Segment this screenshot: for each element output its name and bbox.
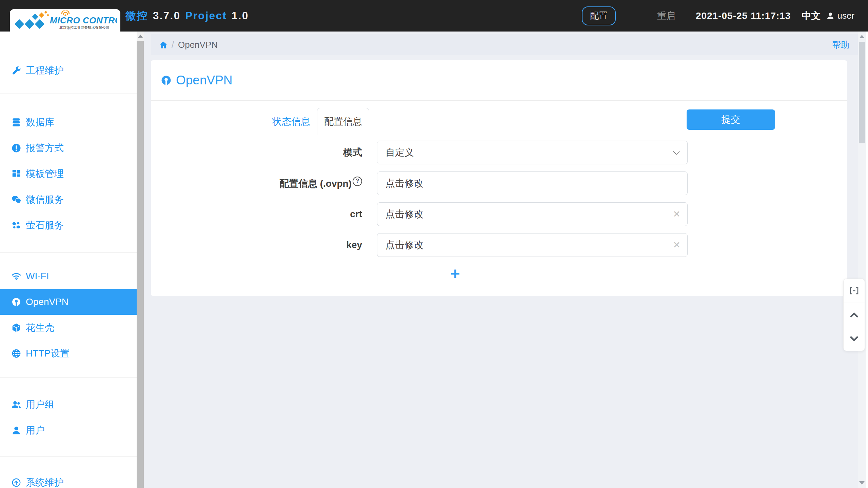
wechat-icon (11, 195, 21, 205)
scrollbar-down-arrow-icon[interactable] (859, 481, 865, 485)
tab-bar: 状态信息 配置信息 (265, 108, 369, 135)
system-icon (11, 477, 21, 488)
sidebar-item-huashengke[interactable]: 花生壳 (0, 315, 137, 341)
clock-timestamp: 2021-05-25 11:17:13 (696, 11, 791, 21)
logo-subtitle-text: —— 北京微控工业网关技术有限公司 —— (51, 25, 117, 29)
app-name: 微控 (125, 9, 148, 23)
form-row-crt: crt 点击修改 ✕ (226, 202, 834, 226)
chevron-down-icon (673, 151, 680, 155)
page-title: OpenVPN (176, 73, 233, 87)
clear-icon[interactable]: ✕ (673, 203, 680, 226)
sidebar-item-system-maintenance[interactable]: 系统维护 (0, 470, 137, 488)
sidebar-scrollbar-thumb[interactable] (137, 41, 144, 488)
scroll-up-button[interactable] (844, 303, 865, 327)
user-menu[interactable]: user (826, 11, 854, 21)
breadcrumb: / OpenVPN 帮助 (151, 34, 858, 55)
collapse-button[interactable] (844, 279, 865, 303)
restart-button[interactable]: 重启 (657, 10, 675, 22)
sidebar-item-alarm[interactable]: 报警方式 (0, 135, 137, 161)
sidebar-item-label: 用户 (26, 424, 45, 437)
sidebar-item-wechat[interactable]: 微信服务 (0, 187, 137, 212)
clear-icon[interactable]: ✕ (673, 233, 680, 257)
sidebar-group-1: 工程维护 (0, 32, 137, 94)
sidebar-item-database[interactable]: 数据库 (0, 109, 137, 135)
sidebar-item-user-groups[interactable]: 用户组 (0, 392, 137, 418)
breadcrumb-separator: / (172, 40, 174, 50)
tab-config-info[interactable]: 配置信息 (317, 108, 369, 135)
ovpn-field[interactable]: 点击修改 (377, 171, 688, 195)
main-content: / OpenVPN 帮助 OpenVPN 提交 状态信息 配置信息 模式 自定义 (144, 32, 858, 488)
sidebar-group-2: 数据库 报警方式 模板管理 (0, 94, 137, 253)
sidebar-item-label: 花生壳 (26, 321, 54, 334)
sidebar-item-label: HTTP设置 (26, 347, 70, 360)
user-icon (826, 12, 835, 20)
ovpn-label: 配置信息 (.ovpn)? (226, 177, 377, 190)
wifi-icon (11, 271, 21, 281)
sidebar-item-wifi[interactable]: WI-FI (0, 263, 137, 289)
tab-status-info[interactable]: 状态信息 (265, 108, 317, 135)
page-scrollbar[interactable] (858, 32, 866, 488)
wrench-icon (11, 65, 21, 76)
key-field[interactable]: 点击修改 ✕ (377, 233, 688, 257)
sidebar-item-label: 微信服务 (26, 193, 64, 206)
sidebar-item-label: 模板管理 (26, 167, 64, 180)
sidebar-item-templates[interactable]: 模板管理 (0, 161, 137, 187)
top-header: MICRO CONTROL —— 北京微控工业网关技术有限公司 —— 微控 3.… (0, 0, 868, 32)
template-icon (11, 169, 21, 179)
scrollbar-up-arrow-icon[interactable] (138, 35, 143, 38)
submit-button[interactable]: 提交 (687, 109, 775, 130)
form-row-ovpn: 配置信息 (.ovpn)? 点击修改 (226, 171, 834, 195)
user-icon (11, 425, 21, 435)
sidebar-item-label: WI-FI (26, 271, 49, 282)
openvpn-logo-icon (160, 75, 172, 86)
home-icon[interactable] (159, 41, 167, 49)
sidebar-group-5: 系统维护 (0, 457, 137, 488)
logo-brand-text: MICRO CONTROL (50, 15, 117, 25)
sidebar-item-http[interactable]: HTTP设置 (0, 341, 137, 366)
scrollbar-up-arrow-icon[interactable] (859, 35, 865, 38)
add-row-button[interactable]: + (226, 266, 684, 282)
form-row-key: key 点击修改 ✕ (226, 233, 834, 257)
help-question-icon[interactable]: ? (353, 177, 362, 186)
chevron-up-icon (849, 311, 859, 319)
config-button[interactable]: 配置 (582, 6, 616, 25)
chevron-down-icon (849, 335, 859, 343)
mode-label: 模式 (226, 146, 377, 159)
sidebar-item-label: 用户组 (26, 398, 54, 411)
project-label: Project (185, 10, 227, 22)
key-field-value: 点击修改 (386, 239, 423, 251)
language-switcher[interactable]: 中文 (802, 9, 821, 22)
alert-icon (11, 143, 21, 153)
sidebar-item-yingshi[interactable]: 萤石服务 (0, 212, 137, 238)
sidebar-scrollbar[interactable] (137, 32, 144, 488)
sidebar-group-4: 用户组 用户 (0, 378, 137, 457)
ovpn-field-value: 点击修改 (386, 177, 423, 190)
cube-icon (11, 323, 21, 333)
username-label: user (837, 11, 854, 21)
sidebar-item-label: 工程维护 (26, 64, 64, 77)
crt-field[interactable]: 点击修改 ✕ (377, 202, 688, 226)
app-title: 微控 3.7.0 Project 1.0 (125, 0, 254, 32)
sidebar-item-users[interactable]: 用户 (0, 418, 137, 443)
sidebar-item-label: 萤石服务 (26, 219, 64, 232)
scroll-down-button[interactable] (844, 327, 865, 351)
database-icon (11, 117, 21, 127)
key-label: key (226, 240, 377, 250)
sidebar-item-label: OpenVPN (26, 297, 68, 307)
openvpn-config-form: 模式 自定义 配置信息 (.ovpn)? 点击修改 crt 点击修改 ✕ (226, 141, 834, 264)
sidebar-item-label: 报警方式 (26, 142, 64, 155)
openvpn-card: OpenVPN 提交 状态信息 配置信息 模式 自定义 配置信息 (.ovpn)… (151, 60, 847, 296)
help-link[interactable]: 帮助 (832, 39, 850, 51)
page-scrollbar-thumb[interactable] (859, 42, 865, 143)
users-icon (11, 400, 21, 410)
card-header: OpenVPN (151, 60, 847, 101)
sidebar-item-label: 系统维护 (26, 476, 64, 488)
mode-select[interactable]: 自定义 (377, 141, 688, 164)
openvpn-icon (11, 297, 21, 307)
crt-label: crt (226, 209, 377, 220)
breadcrumb-current: OpenVPN (178, 40, 218, 50)
crt-field-value: 点击修改 (386, 208, 423, 221)
sidebar-item-engineering[interactable]: 工程维护 (0, 58, 137, 83)
sidebar-item-label: 数据库 (26, 116, 54, 129)
sidebar-item-openvpn[interactable]: OpenVPN (0, 289, 137, 315)
